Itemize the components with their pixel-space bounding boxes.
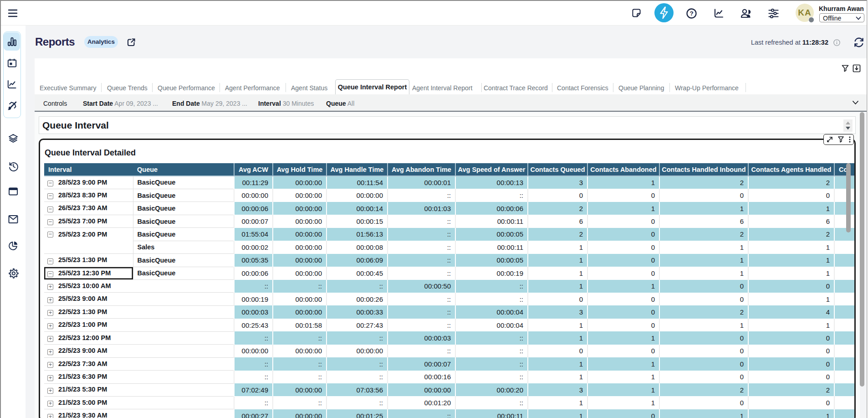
svg-text:?: ? — [689, 10, 693, 17]
